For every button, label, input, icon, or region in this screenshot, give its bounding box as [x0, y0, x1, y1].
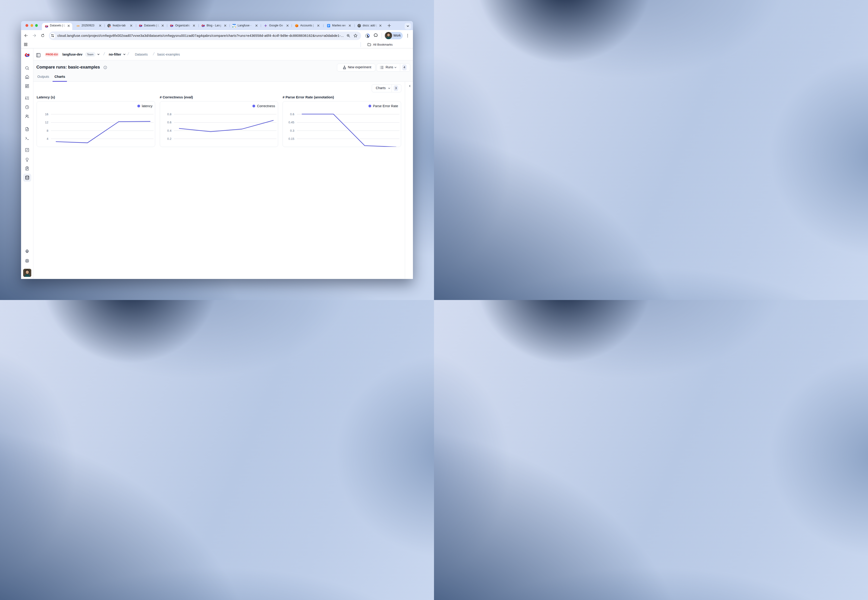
svg-text:co: co: [77, 24, 79, 27]
svg-text:6: 6: [234, 25, 235, 27]
